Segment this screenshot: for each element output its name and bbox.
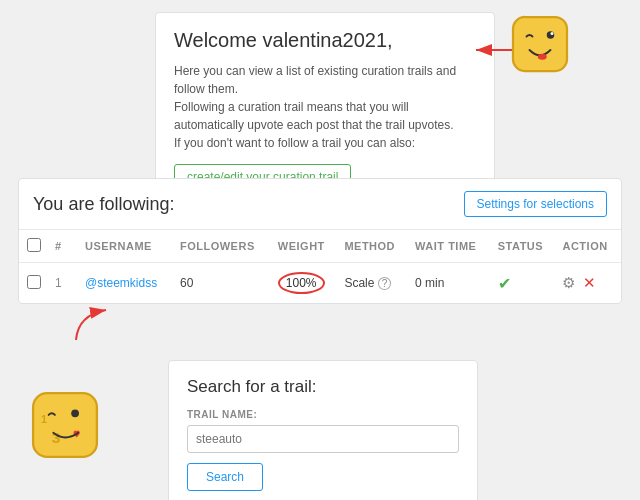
welcome-title: Welcome valentina2021,: [174, 29, 476, 52]
row-number: 1: [49, 263, 79, 304]
col-method: METHOD: [338, 230, 409, 263]
col-followers: FOLLOWERS: [174, 230, 272, 263]
weight-value: 100%: [278, 272, 325, 294]
row-weight: 100%: [272, 263, 339, 304]
row-action: ⚙ ✕: [556, 263, 621, 304]
svg-point-4: [551, 32, 554, 35]
username-arrow-annotation: [68, 300, 118, 350]
row-status: ✔: [492, 263, 557, 304]
following-title: You are following:: [33, 194, 174, 215]
method-tooltip-icon[interactable]: ?: [378, 277, 392, 290]
status-active-icon: ✔: [498, 275, 511, 292]
row-method: Scale ?: [338, 263, 409, 304]
search-button[interactable]: Search: [187, 463, 263, 491]
col-wait-time: WAIT TIME: [409, 230, 492, 263]
welcome-desc: Here you can view a list of existing cur…: [174, 62, 476, 152]
trail-name-input[interactable]: [187, 425, 459, 453]
trail-name-label: TRAIL NAME:: [187, 409, 459, 420]
svg-rect-7: [33, 393, 97, 457]
col-weight: WEIGHT: [272, 230, 339, 263]
col-number: #: [49, 230, 79, 263]
svg-point-5: [538, 54, 547, 60]
settings-gear-icon[interactable]: ⚙: [562, 274, 575, 291]
page-wrapper: Welcome valentina2021, Here you can view…: [0, 0, 640, 500]
select-all-checkbox[interactable]: [27, 238, 41, 252]
following-header: You are following: Settings for selectio…: [19, 179, 621, 230]
settings-for-selections-button[interactable]: Settings for selections: [464, 191, 607, 217]
svg-rect-2: [513, 17, 567, 71]
row-wait-time: 0 min: [409, 263, 492, 304]
welcome-card: Welcome valentina2021, Here you can view…: [155, 12, 495, 205]
col-username: USERNAME: [79, 230, 174, 263]
search-card: Search for a trail: TRAIL NAME: Search: [168, 360, 478, 500]
emoji-wink-top: [510, 14, 570, 74]
search-title: Search for a trail:: [187, 377, 459, 397]
emoji-number-bottom: 3 1: [30, 390, 100, 460]
username-link[interactable]: @steemkidss: [85, 276, 157, 290]
col-status: STATUS: [492, 230, 557, 263]
svg-text:1: 1: [41, 413, 47, 425]
trail-table: # USERNAME FOLLOWERS WEIGHT METHOD WAIT …: [19, 230, 621, 303]
row-checkbox[interactable]: [27, 275, 41, 289]
col-action: ACTION: [556, 230, 621, 263]
following-card: You are following: Settings for selectio…: [18, 178, 622, 304]
svg-point-3: [547, 31, 555, 39]
svg-point-8: [71, 409, 79, 417]
table-row: 1 @steemkidss 60 100% Scale ? 0 min ✔: [19, 263, 621, 304]
remove-icon[interactable]: ✕: [583, 274, 596, 291]
row-followers: 60: [174, 263, 272, 304]
